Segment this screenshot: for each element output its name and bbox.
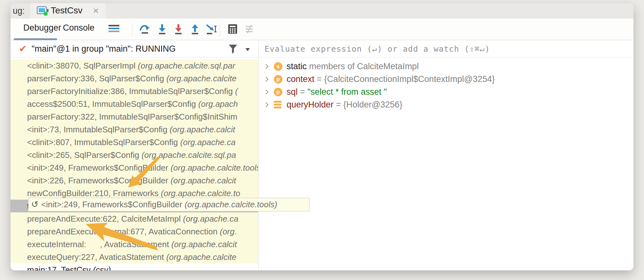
frame-package: (org.apache.calcite.to (159, 188, 240, 198)
step-into-icon[interactable] (156, 23, 168, 35)
stack-frame-row[interactable]: access$2500:51, ImmutableSqlParser$Confi… (11, 98, 258, 110)
frame-package: (org.apache.calcite (164, 252, 236, 262)
filter-icon[interactable] (228, 44, 237, 54)
stack-frame-row[interactable]: parserFactory:322, ImmutableSqlParser$Co… (11, 110, 258, 123)
expand-chevron-icon[interactable] (264, 102, 269, 107)
variables-list: sstatic members of CalciteMetaImplpconte… (258, 57, 633, 270)
frame-package: (org.apache.calcit (168, 176, 236, 185)
variable-row[interactable]: psql = "select * from asset " (258, 85, 633, 98)
step-over-icon[interactable] (139, 23, 151, 35)
stack-frame-row[interactable]: <clinit>:38070, SqlParserImpl (org.apach… (11, 59, 258, 72)
step-out-icon[interactable] (189, 23, 201, 35)
local-variable-icon (274, 101, 281, 109)
frame-package: (org.apache.calcit (167, 125, 235, 134)
frame-method: <clinit>:265, SqlParser$Config (27, 150, 139, 160)
frame-package: (org.apache.calcite (164, 74, 236, 83)
frame-package: (org.apach (196, 99, 238, 109)
variables-panel: Evaluate expression (↵) or add a watch (… (258, 41, 633, 270)
variable-text-part: = (333, 100, 343, 109)
variable-text-part: queryHolder (287, 100, 333, 109)
expand-chevron-icon[interactable] (264, 64, 269, 69)
variable-text-part: {Holder@3256} (343, 100, 402, 109)
frame-package: (org.apache.calcite.tools) (182, 200, 277, 209)
frame-method: parserFactory:322, ImmutableSqlParser$Co… (27, 112, 237, 122)
property-badge-icon: p (274, 75, 282, 84)
frame-package: (org.apache.ca (181, 214, 238, 224)
frame-package: (org.apache.calcite.tools) (168, 163, 258, 173)
frame-method: <clinit>:38070, SqlParserImpl (27, 61, 136, 70)
frame-method: main:17, TestCsv (27, 265, 91, 270)
toolbar-divider (132, 24, 132, 37)
stack-frame-row[interactable]: parserFactoryInitialize:386, ImmutableSq… (11, 85, 258, 98)
chevron-down-icon[interactable] (245, 48, 250, 51)
layout-menu-icon[interactable] (108, 23, 120, 35)
variable-text-part: {CalciteConnectionImpl$ContextImpl@3254} (324, 74, 495, 84)
frame-method: newConfigBuilder:210, Frameworks (27, 188, 159, 198)
debugger-toolbar: Debugger Console (11, 18, 633, 40)
close-icon[interactable]: × (93, 5, 99, 16)
variable-text: context = {CalciteConnectionImpl$Context… (287, 73, 495, 85)
stack-frame-row[interactable]: <init>:73, ImmutableSqlParser$Config (or… (11, 123, 258, 136)
frame-method: <init>:249, Frameworks$ConfigBuilder (41, 200, 182, 209)
variable-text-part: sql (287, 87, 298, 97)
frame-package: (org.apache.calcite.sql.par (136, 61, 235, 70)
frame-package: ( (233, 86, 238, 96)
thread-status-text: "main"@1 in group "main": RUNNING (32, 44, 176, 54)
stack-frame-row[interactable]: <clinit>:265, SqlParser$Config (org.apac… (11, 149, 258, 161)
variable-row[interactable]: pcontext = {CalciteConnectionImpl$Contex… (258, 73, 633, 85)
variable-row[interactable]: queryHolder = {Holder@3256} (258, 98, 633, 111)
window-chrome: ug: TestCsv × (11, 3, 633, 18)
variable-text-part: = (298, 87, 308, 97)
frame-package: (org.apache.calcit (169, 239, 237, 249)
variable-row[interactable]: sstatic members of CalciteMetaImpl (258, 60, 633, 73)
evaluate-expression-bar[interactable]: Evaluate expression (↵) or add a watch (… (258, 41, 633, 57)
evaluate-expression-icon[interactable] (227, 23, 238, 35)
variable-text: static members of CalciteMetaImpl (287, 60, 419, 73)
frame-method: <init>:73, ImmutableSqlParser$Config (27, 125, 167, 134)
recursive-call-icon: ↺ (28, 198, 41, 211)
expand-chevron-icon[interactable] (264, 77, 269, 82)
debug-tool-window: ug: TestCsv × Debugger Console (11, 3, 633, 270)
stack-frame-row[interactable]: <clinit>:807, ImmutableSqlParser$Config … (11, 136, 258, 149)
stack-frame-row[interactable]: main:17, TestCsv (csv) (11, 263, 258, 270)
evaluate-placeholder: Evaluate expression (↵) or add a watch (… (265, 44, 490, 54)
variable-text-part: members of CalciteMetaImpl (307, 62, 419, 71)
window-label: ug: (13, 6, 25, 16)
tab-console[interactable]: Console (63, 23, 94, 33)
variable-text: sql = "select * from asset " (287, 85, 387, 98)
property-badge-icon: p (274, 88, 282, 96)
stack-frame-row[interactable]: prepareAndExecute:622, CalciteMetaImpl (… (11, 212, 258, 225)
run-to-cursor-icon[interactable] (206, 23, 217, 35)
expand-chevron-icon[interactable] (264, 90, 269, 95)
variable-text-part: = (314, 74, 324, 84)
tab-title: TestCsv (51, 5, 83, 16)
variable-text-part: context (287, 74, 314, 84)
tab-testcsv[interactable]: TestCsv × (30, 3, 106, 18)
frame-method: <clinit>:807, ImmutableSqlParser$Config (27, 137, 178, 147)
toolbar-divider (220, 24, 220, 37)
stack-frame-row[interactable]: parserFactory:336, SqlParser$Config (org… (11, 72, 258, 85)
tab-debugger[interactable]: Debugger (23, 23, 61, 33)
run-console-icon (37, 6, 49, 16)
variable-text-part: "select * from asset " (307, 87, 387, 97)
frame-hover-tooltip[interactable]: ↺<init>:249, Frameworks$ConfigBuilder (o… (28, 198, 310, 211)
force-step-into-icon[interactable] (173, 23, 184, 35)
variable-text-part: static (287, 62, 307, 71)
static-badge-icon: s (274, 62, 282, 71)
variable-text: queryHolder = {Holder@3256} (287, 98, 402, 111)
frame-method: parserFactoryInitialize:386, ImmutableSq… (27, 86, 233, 96)
frame-method: access$2500:51, ImmutableSqlParser$Confi… (27, 99, 196, 109)
thread-status-bar[interactable]: ✔ "main"@1 in group "main": RUNNING (11, 41, 258, 57)
frame-package: (org. (218, 227, 237, 236)
thread-check-icon: ✔ (19, 43, 27, 54)
frame-package: (csv) (91, 265, 111, 270)
frame-method: parserFactory:336, SqlParser$Config (27, 74, 164, 83)
trace-stream-icon (243, 23, 255, 35)
debugger-tab-underline (14, 38, 57, 40)
frame-package: (org.apache.ca (178, 137, 236, 147)
